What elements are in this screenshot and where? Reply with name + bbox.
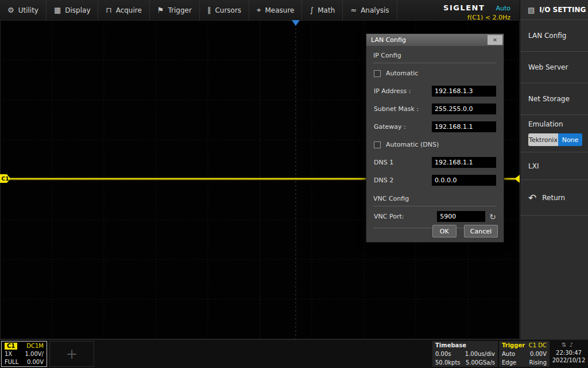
menu-utility[interactable]: ⚙ Utility <box>0 0 47 20</box>
dns2-row: DNS 2 <box>366 171 504 189</box>
dns2-input[interactable] <box>432 175 496 186</box>
cursors-icon: ‖ <box>207 6 211 14</box>
timebase-points: 50.0kpts <box>435 359 461 366</box>
channel1-offset: 0.00V <box>27 359 44 366</box>
channel1-coupling: DC1M <box>26 343 44 350</box>
timebase-scale: 1.00us/div <box>465 351 495 358</box>
display-icon: ▦ <box>54 6 61 14</box>
channel1-badge: C1 <box>5 343 17 350</box>
gateway-row: Gateway : <box>366 118 504 136</box>
vnc-port-row: VNC Port: ↻ <box>366 208 504 225</box>
channel1-level-marker[interactable] <box>514 175 520 183</box>
sidebar-item-web-server[interactable]: Web Server <box>520 52 588 83</box>
channel-add-box[interactable]: + <box>49 341 94 367</box>
trigger-title: Trigger <box>502 342 525 349</box>
channel1-scale: 1.00V/ <box>25 351 44 358</box>
brand-block: SIGLENT Auto f(C1) < 2.0Hz <box>443 0 520 20</box>
emulation-tektronix-button[interactable]: Tektronix <box>528 133 558 146</box>
sound-icon[interactable]: ♪ <box>570 342 576 348</box>
sidebar-item-net-storage[interactable]: Net Storage <box>520 83 588 115</box>
automatic-row: Automatic <box>366 64 504 82</box>
timebase-title: Timebase <box>435 342 466 349</box>
trigger-source: C1 DC <box>529 342 547 349</box>
ok-button[interactable]: OK <box>432 225 457 237</box>
channel1-bandwidth: FULL <box>5 359 18 366</box>
emulation-toggle: Tektronix None <box>528 133 588 146</box>
menu-display[interactable]: ▦ Display <box>47 0 99 20</box>
menu-analysis-label: Analysis <box>361 6 389 14</box>
automatic-dns-label: Automatic (DNS) <box>386 141 439 148</box>
refresh-icon[interactable]: ↻ <box>489 212 496 221</box>
automatic-checkbox[interactable] <box>374 70 381 77</box>
ip-address-input[interactable] <box>432 86 496 97</box>
clock-time: 22:30:47 <box>551 349 587 357</box>
dns1-label: DNS 1 <box>374 159 393 166</box>
return-label: Return <box>542 194 565 202</box>
ip-address-row: IP Address : <box>366 82 504 100</box>
ip-address-label: IP Address : <box>374 87 411 95</box>
trigger-status-box[interactable]: Trigger C1 DC Auto 0.00V Edge Rising <box>499 341 550 367</box>
sidebar-title: I/O SETTING <box>539 6 586 14</box>
io-setting-icon: ▤ <box>528 6 535 14</box>
trigger-position-marker[interactable] <box>292 20 300 26</box>
menu-trigger[interactable]: ⚑ Trigger <box>150 0 200 20</box>
automatic-label: Automatic <box>386 70 418 77</box>
trigger-slope: Rising <box>529 359 547 366</box>
automatic-dns-checkbox[interactable] <box>374 141 381 148</box>
subnet-mask-input[interactable] <box>432 103 496 114</box>
channel1-status-box[interactable]: C1 DC1M 1X 1.00V/ FULL 0.00V <box>1 341 47 367</box>
subnet-mask-label: Subnet Mask : <box>374 105 419 113</box>
menu-display-label: Display <box>65 6 90 14</box>
vnc-port-input[interactable] <box>437 211 485 222</box>
menu-math[interactable]: ∫ Math <box>302 0 343 20</box>
menu-cursors[interactable]: ‖ Cursors <box>200 0 249 20</box>
channel1-probe: 1X <box>5 351 12 358</box>
gateway-label: Gateway : <box>374 123 406 131</box>
return-arrow-icon: ↶ <box>528 192 536 204</box>
menu-cursors-label: Cursors <box>215 6 241 14</box>
dns2-label: DNS 2 <box>374 177 393 184</box>
menu-bar: ⚙ Utility ▦ Display ⊓ Acquire ⚑ Trigger … <box>0 0 520 20</box>
gear-icon: ⚙ <box>7 6 14 14</box>
dialog-title: LAN Config <box>371 36 406 44</box>
dialog-buttons: OK Cancel <box>432 225 498 237</box>
net-storage-label: Net Storage <box>528 95 570 103</box>
menu-acquire[interactable]: ⊓ Acquire <box>98 0 149 20</box>
dns1-row: DNS 1 <box>366 154 504 171</box>
sidebar-item-lan-config[interactable]: LAN Config <box>520 20 588 52</box>
analysis-icon: ≈ <box>350 6 357 14</box>
io-setting-sidebar: ▤ I/O SETTING LAN Config Web Server Net … <box>520 0 588 339</box>
lxi-label: LXI <box>528 162 539 170</box>
acquire-icon: ⊓ <box>106 6 111 14</box>
menu-analysis[interactable]: ≈ Analysis <box>343 0 397 20</box>
sidebar-item-emulation: Emulation Tektronix None <box>520 115 588 152</box>
gateway-input[interactable] <box>432 121 496 132</box>
dns1-input[interactable] <box>432 157 496 168</box>
timebase-status-box[interactable]: Timebase 0.00s 1.00us/div 50.0kpts 5.00G… <box>432 341 498 367</box>
close-icon[interactable]: ✕ <box>488 35 502 45</box>
emulation-label: Emulation <box>528 120 588 128</box>
cancel-button[interactable]: Cancel <box>464 225 498 237</box>
ip-config-section-title: IP Config <box>373 52 497 63</box>
arrow-updown-icon[interactable]: ⇅ <box>562 342 569 348</box>
menu-acquire-label: Acquire <box>116 6 142 14</box>
sidebar-item-return[interactable]: ↶ Return <box>520 180 588 216</box>
subnet-mask-row: Subnet Mask : <box>366 100 504 118</box>
vnc-port-label: VNC Port: <box>374 213 404 220</box>
menu-measure[interactable]: ⌖ Measure <box>249 0 302 20</box>
menu-measure-label: Measure <box>265 6 294 14</box>
dialog-title-bar[interactable]: LAN Config ✕ <box>366 34 504 46</box>
oscilloscope-screen: ⚙ Utility ▦ Display ⊓ Acquire ⚑ Trigger … <box>0 0 588 368</box>
acquisition-mode-badge: Auto <box>496 5 510 12</box>
trigger-level: 0.00V <box>530 351 547 358</box>
emulation-none-button[interactable]: None <box>558 133 582 146</box>
clock-date: 2022/10/12 <box>551 356 587 365</box>
clock-block: ⇅♪ 22:30:47 2022/10/12 <box>551 341 587 365</box>
math-icon: ∫ <box>310 6 314 14</box>
menu-utility-label: Utility <box>18 6 38 14</box>
timebase-delay: 0.00s <box>435 351 451 358</box>
lan-config-label: LAN Config <box>528 32 566 40</box>
menu-trigger-label: Trigger <box>168 6 192 14</box>
status-bar: C1 DC1M 1X 1.00V/ FULL 0.00V + Timebase … <box>0 339 588 368</box>
sidebar-item-lxi[interactable]: LXI <box>520 152 588 180</box>
